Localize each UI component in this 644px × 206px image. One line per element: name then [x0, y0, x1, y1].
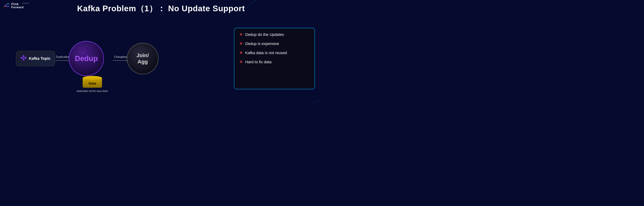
- info-box: ✕ Dedup do the Updates ✕ Dedup is expens…: [234, 28, 315, 89]
- kafka-topic-box: Kafka Topic: [16, 51, 55, 66]
- logo-forward-label: Forward: [11, 6, 24, 9]
- info-item: ✕ Kafka data is not reused: [239, 51, 310, 55]
- state-label: State: [88, 82, 96, 86]
- state-container: State Materialize all the input data!: [76, 76, 108, 93]
- arrow2-line: [113, 59, 129, 62]
- join-agg-circle: Join/Agg: [127, 43, 158, 74]
- page-title: Kafka Problem（1）： No Update Support: [77, 3, 245, 14]
- join-agg-label: Join/Agg: [136, 52, 149, 65]
- info-item-text: Dedup is expensive: [245, 41, 279, 46]
- logo-asia-label: ASIA 2024: [22, 3, 29, 4]
- kafka-topic-label: Kafka Topic: [29, 56, 50, 61]
- state-note: Materialize all the input data!: [76, 90, 108, 93]
- cylinder-top: [82, 76, 102, 80]
- x-mark-icon: ✕: [239, 51, 243, 55]
- dedup-circle: Dedup: [69, 41, 104, 76]
- logo-flink-label: Flink: [11, 3, 19, 6]
- arrow2-shaft: [113, 60, 127, 61]
- info-item-text: Dedup do the Updates: [245, 32, 284, 37]
- kafka-icon: [20, 55, 27, 62]
- arrow1-shaft: [56, 60, 70, 61]
- dedup-label: Dedup: [75, 54, 98, 63]
- info-item: ✕ Dedup do the Updates: [239, 32, 310, 37]
- x-mark-icon: ✕: [239, 32, 243, 37]
- state-cylinder: State: [82, 76, 102, 88]
- arrow2-label: Changelog: [114, 55, 128, 59]
- info-item: ✕ Dedup is expensive: [239, 41, 310, 46]
- info-item: ✕ Hard to fix data: [239, 60, 310, 64]
- x-mark-icon: ✕: [239, 60, 243, 64]
- svg-point-2: [23, 59, 24, 60]
- logo: Flink ASIA 2024 Forward: [3, 2, 24, 9]
- logo-text: Flink ASIA 2024 Forward: [11, 3, 24, 9]
- arrow-dedup-to-join: Changelog: [113, 55, 129, 62]
- info-item-text: Kafka data is not reused: [245, 51, 287, 55]
- x-mark-icon: ✕: [239, 41, 243, 46]
- main-content: Kafka Topic Duplications Dedup Changelog: [10, 19, 315, 98]
- logo-icon: [3, 2, 10, 9]
- info-item-text: Hard to fix data: [245, 60, 272, 64]
- svg-point-1: [23, 55, 24, 57]
